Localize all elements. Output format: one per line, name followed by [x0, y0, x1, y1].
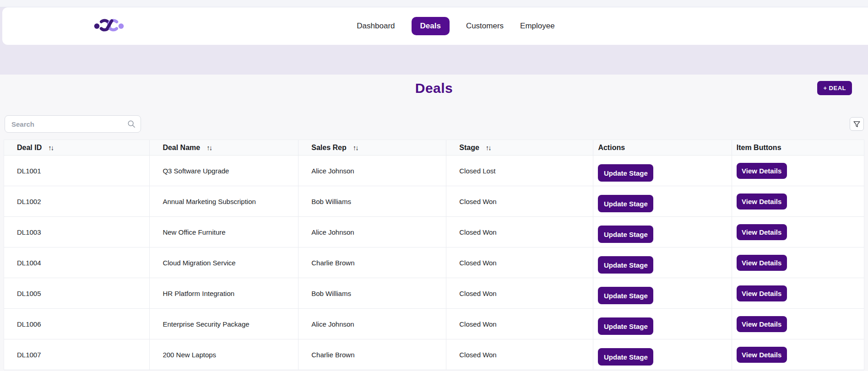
- title-row: Deals + DEAL: [0, 75, 868, 105]
- page-title: Deals: [0, 75, 868, 96]
- nav-item-deals[interactable]: Deals: [412, 17, 450, 35]
- view-details-button[interactable]: View Details: [737, 255, 787, 271]
- table-row: DL1003 New Office Furniture Alice Johnso…: [4, 217, 864, 247]
- add-deal-button[interactable]: + DEAL: [817, 81, 852, 95]
- update-stage-button[interactable]: Update Stage: [598, 317, 653, 335]
- cell-item-buttons: View Details: [732, 186, 864, 216]
- column-header-stage[interactable]: Stage ↑↓: [446, 140, 593, 155]
- nav-item-employee[interactable]: Employee: [520, 22, 555, 31]
- table-body: DL1001 Q3 Software Upgrade Alice Johnson…: [4, 156, 864, 370]
- table-row: DL1001 Q3 Software Upgrade Alice Johnson…: [4, 156, 864, 186]
- update-stage-button[interactable]: Update Stage: [598, 256, 653, 274]
- column-label: Deal Name: [163, 144, 200, 152]
- main-nav: Dashboard Deals Customers Employee: [315, 17, 554, 35]
- view-details-button[interactable]: View Details: [737, 224, 787, 240]
- column-header-actions: Actions: [593, 140, 731, 155]
- view-details-button[interactable]: View Details: [737, 194, 787, 210]
- cell-deal-name: 200 New Laptops: [149, 339, 298, 370]
- cell-sales-rep: Charlie Brown: [298, 339, 446, 370]
- cell-actions: Update Stage: [593, 309, 731, 339]
- cell-sales-rep: Charlie Brown: [298, 247, 446, 278]
- cell-deal-id: DL1001: [4, 156, 149, 186]
- update-stage-button[interactable]: Update Stage: [598, 164, 653, 182]
- cell-actions: Update Stage: [593, 278, 731, 308]
- cell-item-buttons: View Details: [732, 309, 864, 339]
- table-row: DL1002 Annual Marketing Subscription Bob…: [4, 186, 864, 217]
- update-stage-button[interactable]: Update Stage: [598, 195, 653, 212]
- cell-deal-name: HR Platform Integration: [149, 278, 298, 308]
- cell-stage: Closed Won: [446, 217, 593, 247]
- column-header-sales-rep[interactable]: Sales Rep ↑↓: [298, 140, 446, 155]
- cell-deal-name: Annual Marketing Subscription: [149, 186, 298, 216]
- view-details-button[interactable]: View Details: [737, 347, 787, 363]
- view-details-button[interactable]: View Details: [737, 285, 787, 301]
- cell-item-buttons: View Details: [732, 247, 864, 278]
- column-label: Sales Rep: [311, 144, 346, 152]
- deals-section: Deals + DEAL Deal ID ↑↓ Deal Name ↑↓: [0, 75, 868, 371]
- cell-deal-name: Cloud Migration Service: [149, 247, 298, 278]
- update-stage-button[interactable]: Update Stage: [598, 226, 653, 243]
- cell-deal-name: Enterprise Security Package: [149, 309, 298, 339]
- cell-sales-rep: Alice Johnson: [298, 309, 446, 339]
- update-stage-button[interactable]: Update Stage: [598, 287, 653, 304]
- cell-stage: Closed Won: [446, 339, 593, 370]
- deals-table: Deal ID ↑↓ Deal Name ↑↓ Sales Rep ↑↓ Sta…: [4, 140, 864, 370]
- column-label: Deal ID: [17, 144, 42, 152]
- cell-deal-id: DL1005: [4, 278, 149, 308]
- cell-deal-id: DL1003: [4, 217, 149, 247]
- cell-stage: Closed Won: [446, 247, 593, 278]
- view-details-button[interactable]: View Details: [737, 316, 787, 332]
- sort-icon[interactable]: ↑↓: [48, 144, 53, 151]
- cell-deal-name: Q3 Software Upgrade: [149, 156, 298, 186]
- cell-stage: Closed Won: [446, 186, 593, 216]
- column-label: Item Buttons: [737, 144, 781, 152]
- sort-icon[interactable]: ↑↓: [486, 144, 491, 151]
- app-logo[interactable]: [94, 15, 124, 38]
- cell-deal-name: New Office Furniture: [149, 217, 298, 247]
- toolbar: [0, 105, 868, 140]
- spacer-band: [0, 45, 868, 75]
- cell-actions: Update Stage: [593, 186, 731, 216]
- cell-sales-rep: Alice Johnson: [298, 156, 446, 186]
- sort-icon[interactable]: ↑↓: [206, 144, 212, 151]
- funnel-icon: [853, 120, 861, 128]
- cell-actions: Update Stage: [593, 247, 731, 278]
- cell-item-buttons: View Details: [732, 217, 864, 247]
- nav-item-dashboard[interactable]: Dashboard: [357, 22, 395, 31]
- cell-stage: Closed Won: [446, 309, 593, 339]
- table-row: DL1004 Cloud Migration Service Charlie B…: [4, 247, 864, 278]
- cell-sales-rep: Alice Johnson: [298, 217, 446, 247]
- table-row: DL1005 HR Platform Integration Bob Willi…: [4, 278, 864, 309]
- cell-item-buttons: View Details: [732, 339, 864, 370]
- cell-deal-id: DL1002: [4, 186, 149, 216]
- column-label: Stage: [459, 144, 479, 152]
- cell-sales-rep: Bob Williams: [298, 186, 446, 216]
- cell-actions: Update Stage: [593, 339, 731, 370]
- table-header-row: Deal ID ↑↓ Deal Name ↑↓ Sales Rep ↑↓ Sta…: [4, 140, 864, 156]
- view-details-button[interactable]: View Details: [737, 163, 787, 179]
- top-strip: [0, 0, 868, 7]
- cell-deal-id: DL1007: [4, 339, 149, 370]
- cell-actions: Update Stage: [593, 217, 731, 247]
- column-label: Actions: [598, 144, 625, 152]
- cell-deal-id: DL1004: [4, 247, 149, 278]
- table-row: DL1006 Enterprise Security Package Alice…: [4, 309, 864, 339]
- column-header-deal-name[interactable]: Deal Name ↑↓: [149, 140, 298, 155]
- cell-item-buttons: View Details: [732, 156, 864, 186]
- sort-icon[interactable]: ↑↓: [353, 144, 358, 151]
- update-stage-button[interactable]: Update Stage: [598, 348, 653, 366]
- search-box: [5, 115, 141, 133]
- column-header-deal-id[interactable]: Deal ID ↑↓: [4, 140, 149, 155]
- cell-actions: Update Stage: [593, 156, 731, 186]
- cell-deal-id: DL1006: [4, 309, 149, 339]
- search-input[interactable]: [5, 115, 141, 133]
- column-header-item-buttons: Item Buttons: [732, 140, 864, 155]
- cell-item-buttons: View Details: [732, 278, 864, 308]
- infinity-logo-icon: [94, 15, 124, 36]
- cell-sales-rep: Bob Williams: [298, 278, 446, 308]
- nav-item-customers[interactable]: Customers: [466, 22, 504, 31]
- filter-button[interactable]: [850, 117, 864, 131]
- cell-stage: Closed Won: [446, 278, 593, 308]
- navbar: Dashboard Deals Customers Employee: [2, 7, 868, 45]
- cell-stage: Closed Lost: [446, 156, 593, 186]
